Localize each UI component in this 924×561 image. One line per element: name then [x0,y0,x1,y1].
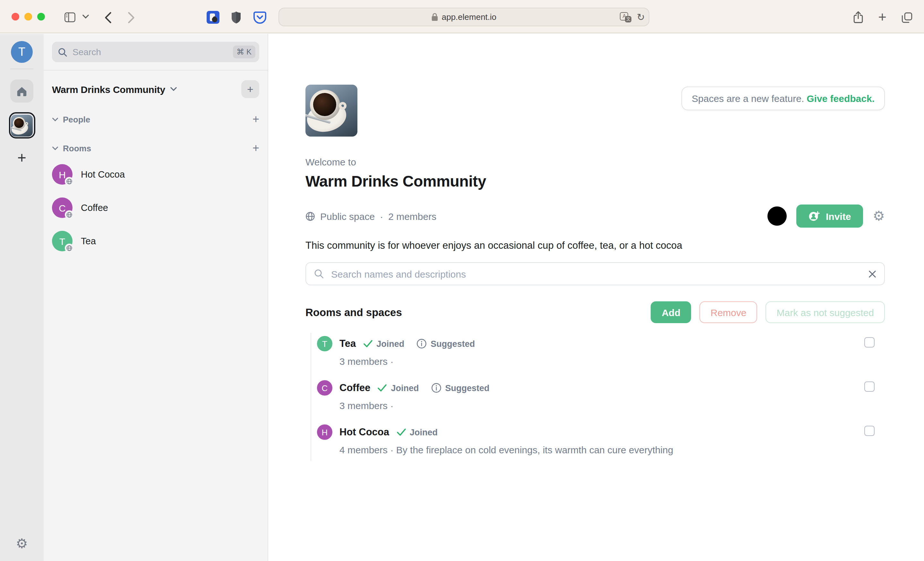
chevron-down-icon[interactable] [52,146,58,150]
check-icon [363,340,372,347]
window-zoom-button[interactable] [37,13,45,21]
globe-badge-icon [65,177,74,186]
sidebar-divider [10,69,33,69]
row-checkbox[interactable] [864,381,874,392]
room-avatar: C [317,380,332,396]
add-to-space-button[interactable]: + [241,80,259,98]
room-item-hot-cocoa[interactable]: H Hot Cocoa [52,163,259,186]
back-button[interactable] [99,9,116,25]
section-title: Rooms and spaces [305,306,402,318]
info-icon [417,338,427,349]
room-name: Tea [339,338,356,349]
mark-not-suggested-button[interactable]: Mark as not suggested [765,301,885,323]
search-shortcut-hint: ⌘ K [232,45,255,58]
tab-overview-button[interactable] [898,9,915,25]
url-text: app.element.io [442,12,496,22]
create-space-button[interactable]: + [17,150,26,165]
shield-extension-icon[interactable] [228,9,244,25]
gear-icon: ⚙ [16,536,28,551]
reload-icon[interactable]: ↻ [637,11,645,23]
forward-button[interactable] [123,9,139,25]
section-rooms[interactable]: Rooms + [52,142,259,154]
sidebar-toggle-button[interactable] [62,9,78,25]
add-room-button[interactable]: + [252,142,259,154]
plus-icon: + [252,142,259,154]
page-title: Warm Drinks Community [305,172,885,190]
room-avatar: H [52,164,72,185]
add-button[interactable]: Add [651,301,691,323]
coffee-cup-photo [305,85,357,136]
visibility-label: Public space [320,211,375,221]
space-settings-button[interactable]: ⚙ [873,209,885,223]
room-name: Tea [81,236,96,246]
row-checkbox[interactable] [864,337,874,347]
remove-button[interactable]: Remove [700,301,758,323]
chevron-down-icon[interactable] [52,117,58,121]
room-avatar: T [52,231,72,251]
screen: app.element.io A 文 ↻ + T [0,0,924,561]
search-icon [58,47,68,57]
list-row-coffee[interactable]: C Coffee Joined Suggested 3 members [317,377,885,417]
search-input[interactable]: Search ⌘ K [52,42,259,62]
translate-x-glyph: 文 [625,16,632,22]
joined-badge: Joined [396,427,438,437]
room-details: 3 members · [339,400,885,411]
row-checkbox[interactable] [864,426,874,436]
globe-badge-icon [65,244,74,253]
space-header[interactable]: Warm Drinks Community + [52,80,259,98]
window-close-button[interactable] [12,13,19,21]
room-name: Hot Cocoa [339,426,389,438]
password-manager-extension-icon[interactable] [205,9,221,25]
section-label: Rooms [63,143,91,153]
info-icon [431,383,441,393]
space-button-warm-drinks[interactable] [9,112,35,139]
browser-toolbar: app.element.io A 文 ↻ + [0,0,924,33]
space-meta-row: Public space · 2 members Invite ⚙ [305,205,885,227]
space-avatar-image [11,114,33,136]
list-row-hot-cocoa[interactable]: H Hot Cocoa Joined 4 members · By the fi… [317,421,885,461]
space-name: Warm Drinks Community [52,84,165,94]
room-avatar: H [317,425,332,440]
new-tab-button[interactable]: + [874,9,891,25]
section-people[interactable]: People + [52,114,259,125]
chevron-down-icon[interactable] [170,87,177,92]
separator-dot: · [380,211,383,221]
joined-badge: Joined [377,383,418,393]
translate-icon[interactable]: A 文 [620,12,632,22]
room-details: 3 members · [339,356,885,367]
list-row-tea[interactable]: T Tea Joined Suggested 3 members · [317,333,885,373]
room-item-tea[interactable]: T Tea [52,229,259,253]
joined-badge: Joined [363,339,404,349]
user-avatar[interactable]: T [11,41,33,63]
room-avatar-initial: T [322,339,327,349]
panel-divider [44,70,268,70]
room-item-coffee[interactable]: C Coffee [52,196,259,219]
space-image[interactable] [305,85,357,136]
home-button[interactable] [10,79,33,103]
rooms-search-input[interactable] [330,268,868,280]
member-facepile-avatar[interactable] [767,206,787,226]
tls-lock-icon [432,13,439,21]
search-icon [314,269,324,279]
check-icon [396,428,406,436]
sidebar-dropdown-chevron-icon[interactable] [80,11,91,22]
address-bar[interactable]: app.element.io A 文 ↻ [279,8,650,26]
element-app: T + ⚙ Search ⌘ K [0,34,924,561]
room-avatar-initial: H [59,169,66,180]
settings-button[interactable]: ⚙ [16,537,28,551]
rooms-search-field[interactable] [305,262,885,285]
member-count[interactable]: 2 members [388,211,436,221]
person-plus-icon [808,211,820,221]
check-icon [377,384,387,392]
invite-button[interactable]: Invite [796,205,863,227]
gear-icon: ⚙ [873,208,885,223]
add-people-button[interactable]: + [252,114,259,125]
suggested-badge: Suggested [431,383,490,393]
plus-icon: + [878,10,886,24]
clear-search-icon[interactable] [868,269,876,278]
window-minimize-button[interactable] [24,13,32,21]
room-list-panel: Search ⌘ K Warm Drinks Community + Peopl… [44,34,268,561]
home-icon [16,85,28,96]
pocket-extension-icon[interactable] [252,9,268,25]
share-button[interactable] [850,9,866,25]
